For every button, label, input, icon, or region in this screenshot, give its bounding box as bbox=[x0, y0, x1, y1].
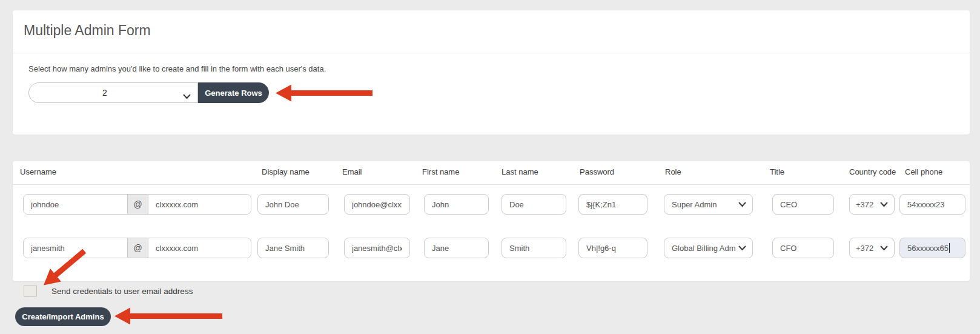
role-select[interactable]: Global Billing Admin bbox=[664, 238, 753, 258]
send-credentials-label: Send credentials to user email address bbox=[51, 287, 193, 296]
title-input[interactable] bbox=[772, 238, 834, 258]
email-input[interactable] bbox=[344, 238, 410, 258]
generator-card: Multiple Admin Form Select how many admi… bbox=[13, 10, 970, 135]
chevron-down-icon bbox=[880, 244, 888, 253]
col-header-title: Title bbox=[770, 167, 784, 176]
cell-phone-input[interactable] bbox=[899, 194, 965, 215]
cell-phone-input[interactable]: 56xxxxxx65 bbox=[899, 238, 965, 258]
col-header-country-code: Country code bbox=[849, 167, 896, 176]
annotation-arrow-icon bbox=[276, 84, 372, 102]
country-code-select[interactable]: +372 bbox=[849, 194, 895, 215]
chevron-down-icon bbox=[183, 91, 191, 102]
at-separator: @ bbox=[127, 238, 148, 258]
chevron-down-icon bbox=[738, 244, 746, 253]
generator-instruction: Select how many admins you'd like to cre… bbox=[28, 64, 326, 73]
username-input[interactable] bbox=[24, 195, 127, 214]
display-name-input[interactable] bbox=[257, 194, 329, 215]
last-name-input[interactable] bbox=[502, 194, 566, 215]
send-credentials-checkbox[interactable] bbox=[24, 285, 37, 297]
col-header-first-name: First name bbox=[422, 167, 459, 176]
admin-count-select[interactable]: 2 bbox=[28, 82, 198, 103]
multiple-admin-form-page: Multiple Admin Form Select how many admi… bbox=[0, 0, 980, 334]
col-header-last-name: Last name bbox=[502, 167, 538, 176]
header-divider bbox=[13, 184, 970, 185]
col-header-role: Role bbox=[665, 167, 681, 176]
display-name-input[interactable] bbox=[257, 238, 329, 258]
domain-input[interactable] bbox=[148, 238, 251, 258]
country-code-value: +372 bbox=[856, 200, 873, 209]
annotation-arrow-icon bbox=[114, 307, 222, 326]
first-name-input[interactable] bbox=[424, 238, 489, 258]
password-input[interactable] bbox=[578, 194, 647, 215]
role-select[interactable]: Super Admin bbox=[664, 194, 753, 215]
col-header-email: Email bbox=[342, 167, 362, 176]
password-input[interactable] bbox=[578, 238, 647, 258]
last-name-input[interactable] bbox=[502, 238, 566, 258]
col-header-username: Username bbox=[20, 167, 56, 176]
email-input[interactable] bbox=[344, 194, 410, 215]
role-value: Super Admin bbox=[672, 200, 717, 209]
admin-row-1: @ Super Admin +372 bbox=[13, 194, 970, 215]
chevron-down-icon bbox=[738, 200, 746, 209]
cell-phone-value: 56xxxxxx65 bbox=[907, 244, 949, 253]
create-import-admins-button[interactable]: Create/Import Admins bbox=[15, 307, 111, 326]
first-name-input[interactable] bbox=[424, 194, 489, 215]
title-input[interactable] bbox=[772, 194, 834, 215]
country-code-select[interactable]: +372 bbox=[849, 238, 895, 258]
at-separator: @ bbox=[127, 195, 148, 214]
country-code-value: +372 bbox=[856, 244, 873, 253]
title-divider bbox=[13, 53, 970, 53]
username-group: @ bbox=[23, 194, 251, 215]
admin-count-value: 2 bbox=[29, 83, 180, 102]
domain-input[interactable] bbox=[148, 195, 251, 214]
admin-row-2: @ Global Billing Admin +372 56xxxxxx65 bbox=[13, 238, 970, 258]
page-title: Multiple Admin Form bbox=[24, 22, 151, 39]
chevron-down-icon bbox=[880, 200, 888, 209]
text-cursor bbox=[949, 243, 950, 253]
username-group: @ bbox=[23, 238, 251, 258]
col-header-password: Password bbox=[580, 167, 614, 176]
role-value: Global Billing Admin bbox=[672, 244, 736, 253]
generate-rows-button[interactable]: Generate Rows bbox=[198, 82, 269, 103]
col-header-display-name: Display name bbox=[262, 167, 310, 176]
admins-table-card: Username Display name Email First name L… bbox=[13, 161, 970, 281]
col-header-cell-phone: Cell phone bbox=[905, 167, 942, 176]
